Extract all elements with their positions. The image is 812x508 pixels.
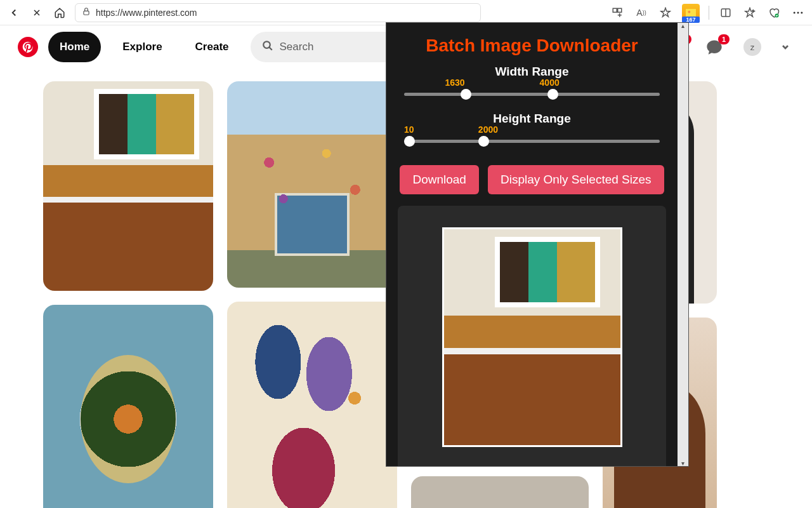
svg-rect-3 (686, 9, 696, 17)
lock-icon (82, 7, 91, 18)
slider-track (404, 140, 660, 143)
download-button[interactable]: Download (400, 165, 479, 194)
pin-card[interactable] (411, 476, 589, 508)
heart-icon[interactable] (766, 5, 782, 20)
slider-max-thumb[interactable] (547, 89, 558, 100)
nav-explore[interactable]: Explore (111, 32, 173, 62)
divider (709, 6, 709, 20)
home-button[interactable] (52, 5, 67, 20)
slider-min-thumb[interactable] (404, 136, 415, 147)
stop-button[interactable] (29, 5, 44, 20)
slider-min-thumb[interactable] (461, 89, 471, 100)
extension-popup: Batch Image Downloader Width Range 1630 … (386, 22, 689, 467)
split-screen-icon[interactable] (718, 5, 733, 20)
slider-track (404, 93, 660, 96)
url-text: https://www.pinterest.com (96, 8, 197, 18)
height-range-label: Height Range (398, 112, 666, 126)
apps-icon[interactable] (610, 5, 625, 20)
pinterest-logo[interactable] (18, 37, 38, 57)
width-slider[interactable]: 1630 4000 (404, 81, 660, 103)
svg-point-8 (797, 11, 799, 13)
preview-panel: >>> Download <<< (398, 206, 666, 466)
browser-toolbar: https://www.pinterest.com A)) 167 (0, 0, 812, 25)
slider-max-thumb[interactable] (478, 136, 489, 147)
read-aloud-icon[interactable]: A)) (634, 5, 649, 20)
svg-rect-2 (618, 8, 622, 12)
pin-card[interactable] (43, 305, 213, 508)
nav-home[interactable]: Home (48, 32, 101, 62)
nav-create[interactable]: Create (184, 32, 240, 62)
height-range-block: Height Range 10 2000 (398, 112, 666, 154)
svg-point-7 (794, 11, 796, 13)
address-bar[interactable]: https://www.pinterest.com (75, 3, 481, 22)
pin-card[interactable] (227, 81, 397, 288)
search-icon (262, 40, 273, 55)
svg-point-10 (263, 41, 270, 48)
width-range-label: Width Range (398, 65, 666, 79)
more-icon[interactable] (790, 5, 806, 20)
height-min-value: 10 (404, 124, 414, 135)
extension-icon[interactable]: 167 (682, 4, 700, 22)
extension-title: Batch Image Downloader (398, 36, 666, 56)
svg-rect-1 (613, 8, 617, 12)
favorites-icon[interactable] (742, 5, 757, 20)
width-range-block: Width Range 1630 4000 (398, 65, 666, 107)
back-button[interactable] (6, 5, 22, 20)
chevron-down-icon[interactable] (776, 33, 794, 61)
profile-button[interactable]: z (738, 33, 766, 61)
extension-count-badge: 167 (682, 17, 700, 23)
star-icon[interactable] (658, 5, 673, 20)
height-slider[interactable]: 10 2000 (404, 128, 660, 150)
width-min-value: 1630 (445, 77, 464, 88)
svg-point-4 (688, 10, 690, 13)
pin-card[interactable] (227, 302, 397, 508)
messages-badge: 1 (718, 34, 730, 44)
messages-button[interactable]: 1 (700, 33, 728, 61)
svg-rect-0 (84, 11, 89, 15)
preview-image[interactable] (442, 227, 622, 447)
avatar: z (743, 38, 761, 56)
pin-card[interactable] (43, 81, 213, 291)
svg-point-9 (801, 11, 802, 13)
search-placeholder: Search (280, 41, 314, 53)
scrollbar[interactable] (678, 23, 688, 466)
width-max-value: 4000 (540, 77, 560, 88)
download-link[interactable]: >>> Download <<< (486, 465, 578, 466)
height-max-value: 2000 (478, 124, 498, 135)
filter-sizes-button[interactable]: Display Only Selected Sizes (488, 165, 664, 194)
